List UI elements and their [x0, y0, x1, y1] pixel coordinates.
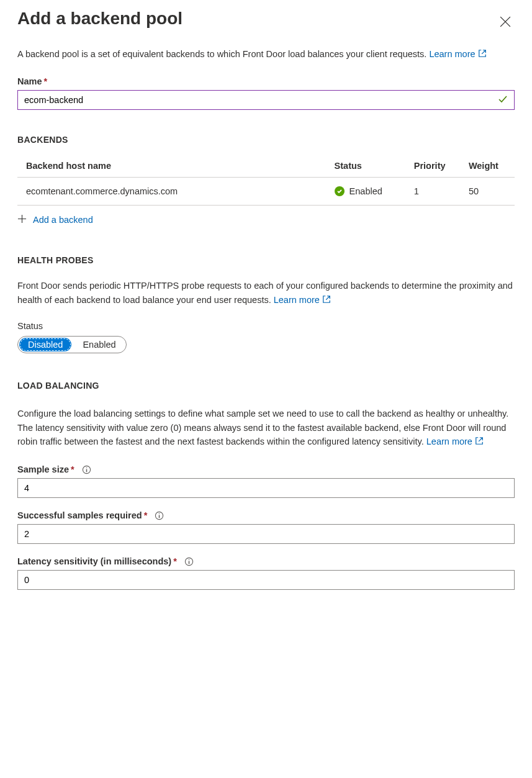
page-title: Add a backend pool	[17, 9, 183, 29]
table-header-row: Backend host name Status Priority Weight	[17, 155, 515, 178]
check-icon	[498, 94, 508, 106]
info-icon[interactable]	[82, 465, 91, 474]
external-link-icon	[475, 435, 484, 449]
cell-weight: 50	[460, 178, 515, 206]
required-indicator: *	[71, 464, 74, 474]
toggle-enabled[interactable]: Enabled	[73, 337, 125, 353]
col-status: Status	[326, 155, 405, 178]
info-icon[interactable]	[184, 557, 194, 566]
backends-table: Backend host name Status Priority Weight…	[17, 155, 515, 206]
info-icon[interactable]	[155, 511, 164, 520]
status-enabled-icon	[335, 186, 345, 196]
successful-samples-input[interactable]	[17, 524, 515, 544]
description-text: A backend pool is a set of equivalent ba…	[17, 49, 429, 59]
name-input[interactable]	[24, 93, 498, 107]
col-priority: Priority	[405, 155, 460, 178]
hp-learn-more-link[interactable]: Learn more	[274, 295, 331, 305]
backends-section-header: BACKENDS	[17, 135, 515, 145]
load-balancing-description: Configure the load balancing settings to…	[17, 407, 515, 449]
cell-status: Enabled	[326, 178, 405, 206]
health-probes-section-header: HEALTH PROBES	[17, 255, 515, 265]
cell-priority: 1	[405, 178, 460, 206]
toggle-disabled[interactable]: Disabled	[19, 338, 71, 351]
health-probes-description: Front Door sends periodic HTTP/HTTPS pro…	[17, 279, 515, 307]
col-weight: Weight	[460, 155, 515, 178]
page-description: A backend pool is a set of equivalent ba…	[17, 47, 515, 61]
close-icon	[500, 19, 511, 29]
cell-host: ecomtenant.commerce.dynamics.com	[17, 178, 326, 206]
plus-icon	[17, 214, 27, 225]
latency-input[interactable]	[17, 570, 515, 590]
name-input-wrapper[interactable]	[17, 90, 515, 110]
status-toggle-label: Status	[17, 321, 515, 331]
name-field-label: Name*	[17, 76, 515, 86]
external-link-icon	[478, 48, 487, 61]
external-link-icon	[322, 294, 331, 307]
successful-samples-label: Successful samples required*	[17, 510, 515, 520]
hp-description-text: Front Door sends periodic HTTP/HTTPS pro…	[17, 281, 513, 304]
required-indicator: *	[44, 76, 48, 86]
status-text: Enabled	[349, 186, 382, 196]
table-row[interactable]: ecomtenant.commerce.dynamics.com Enabled…	[17, 178, 515, 206]
required-indicator: *	[173, 556, 177, 566]
status-toggle[interactable]: Disabled Enabled	[17, 336, 127, 353]
add-backend-label: Add a backend	[33, 215, 93, 225]
sample-size-input[interactable]	[17, 478, 515, 498]
sample-size-label: Sample size*	[17, 464, 515, 474]
load-balancing-section-header: LOAD BALANCING	[17, 381, 515, 391]
close-button[interactable]	[496, 12, 515, 33]
col-host: Backend host name	[17, 155, 326, 178]
latency-label: Latency sensitivity (in milliseconds)*	[17, 556, 515, 566]
add-backend-button[interactable]: Add a backend	[17, 214, 515, 225]
learn-more-link[interactable]: Learn more	[429, 49, 486, 59]
lb-learn-more-link[interactable]: Learn more	[426, 436, 484, 446]
required-indicator: *	[144, 510, 148, 520]
